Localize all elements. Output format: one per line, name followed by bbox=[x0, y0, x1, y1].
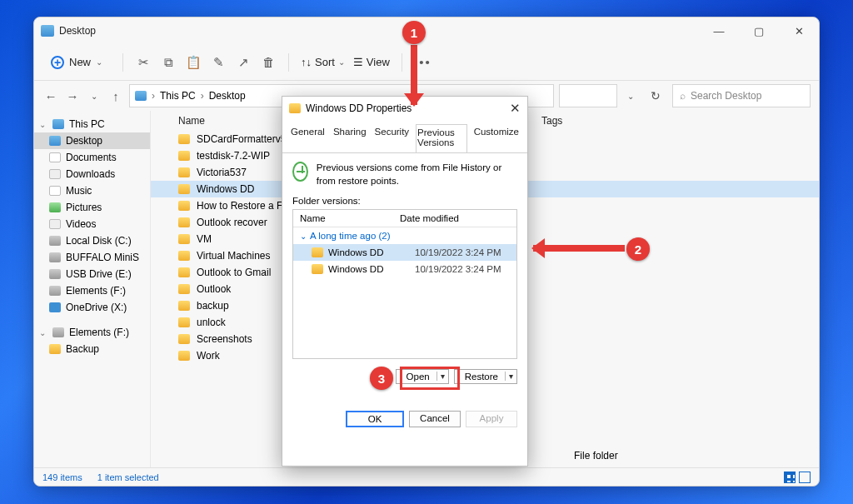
view-icon: ☰ bbox=[353, 56, 363, 68]
cancel-button[interactable]: Cancel bbox=[409, 411, 461, 427]
status-bar: 149 items 1 item selected bbox=[34, 467, 819, 486]
nav-backup[interactable]: Backup bbox=[34, 341, 150, 357]
pc-icon bbox=[135, 91, 147, 101]
ok-button[interactable]: OK bbox=[346, 411, 404, 427]
nav-videos[interactable]: Videos bbox=[34, 216, 150, 232]
new-button[interactable]: + New ⌄ bbox=[42, 52, 111, 72]
col-name[interactable]: Name bbox=[293, 210, 393, 227]
dialog-close-button[interactable]: ✕ bbox=[510, 101, 521, 116]
nav-buffalo[interactable]: BUFFALO MiniS bbox=[34, 249, 150, 266]
chevron-down-icon[interactable]: ⌄ bbox=[622, 92, 639, 101]
cut-icon[interactable]: ✂ bbox=[135, 54, 152, 71]
list-view-icon[interactable] bbox=[799, 472, 811, 483]
annotation-marker-1: 1 bbox=[402, 21, 426, 44]
nav-usb-drive[interactable]: USB Drive (E:) bbox=[34, 266, 150, 282]
annotation-arrow-1 bbox=[411, 45, 417, 105]
dialog-tabs: General Sharing Security Previous Versio… bbox=[282, 120, 527, 153]
nav-music[interactable]: Music bbox=[34, 182, 150, 199]
version-row[interactable]: Windows DD 10/19/2022 3:24 PM bbox=[293, 261, 516, 277]
desktop-icon bbox=[41, 25, 54, 37]
versions-list: Name Date modified ⌄A long time ago (2) … bbox=[292, 209, 517, 359]
grid-view-icon[interactable] bbox=[784, 472, 796, 483]
annotation-marker-3: 3 bbox=[370, 367, 393, 390]
minimize-button[interactable]: — bbox=[706, 25, 732, 37]
apply-button[interactable]: Apply bbox=[466, 411, 517, 427]
tab-general[interactable]: General bbox=[289, 123, 327, 152]
dialog-info: Previous versions come from File History… bbox=[282, 153, 527, 196]
plus-icon: + bbox=[51, 56, 64, 69]
chevron-down-icon: ⌄ bbox=[96, 57, 102, 67]
paste-icon[interactable]: 📋 bbox=[185, 54, 202, 71]
nav-desktop[interactable]: Desktop bbox=[34, 132, 150, 149]
titlebar: Desktop — ▢ ✕ bbox=[34, 17, 819, 44]
folder-icon bbox=[312, 264, 323, 274]
window-title: Desktop bbox=[59, 25, 96, 37]
nav-downloads[interactable]: Downloads bbox=[34, 166, 150, 182]
nav-this-pc[interactable]: ⌄This PC bbox=[34, 116, 150, 132]
status-selected: 1 item selected bbox=[97, 472, 159, 482]
nav-elements-2[interactable]: ⌄Elements (F:) bbox=[34, 324, 150, 341]
col-date[interactable]: Date modified bbox=[393, 210, 466, 227]
nav-local-disk[interactable]: Local Disk (C:) bbox=[34, 232, 150, 249]
folder-icon bbox=[312, 247, 323, 257]
address-extra[interactable] bbox=[559, 84, 617, 107]
toolbar: + New ⌄ ✂ ⧉ 📋 ✎ ↗ 🗑 ↑↓ Sort ⌄ ☰ View ••• bbox=[34, 44, 819, 81]
sort-icon: ↑↓ bbox=[301, 56, 312, 68]
chevron-down-icon[interactable]: ⌄ bbox=[86, 92, 102, 101]
tab-previous-versions[interactable]: Previous Versions bbox=[416, 124, 467, 153]
forward-button[interactable]: → bbox=[64, 89, 81, 103]
nav-pictures[interactable]: Pictures bbox=[34, 199, 150, 216]
chevron-down-icon: ⌄ bbox=[338, 57, 345, 67]
nav-pane: ⌄This PC Desktop Documents Downloads Mus… bbox=[34, 111, 151, 467]
nav-elements[interactable]: Elements (F:) bbox=[34, 282, 150, 299]
nav-onedrive[interactable]: OneDrive (X:) bbox=[34, 299, 150, 316]
up-button[interactable]: ↑ bbox=[107, 89, 124, 103]
close-button[interactable]: ✕ bbox=[786, 25, 812, 37]
folder-versions-label: Folder versions: bbox=[282, 196, 527, 206]
history-icon bbox=[292, 162, 308, 182]
col-tags[interactable]: Tags bbox=[541, 115, 812, 127]
restore-button[interactable]: Restore bbox=[454, 369, 517, 384]
delete-icon[interactable]: 🗑 bbox=[260, 54, 277, 71]
tab-sharing[interactable]: Sharing bbox=[332, 123, 368, 152]
breadcrumb[interactable]: Desktop bbox=[209, 90, 246, 102]
view-button[interactable]: ☰ View bbox=[353, 56, 390, 68]
nav-documents[interactable]: Documents bbox=[34, 149, 150, 166]
breadcrumb[interactable]: This PC bbox=[160, 90, 196, 102]
refresh-button[interactable]: ↻ bbox=[644, 84, 667, 107]
tab-security[interactable]: Security bbox=[373, 123, 412, 152]
annotation-arrow-2 bbox=[533, 245, 625, 252]
version-row-selected[interactable]: Windows DD 10/19/2022 3:24 PM bbox=[293, 244, 516, 261]
back-button[interactable]: ← bbox=[42, 89, 59, 103]
properties-dialog: Windows DD Properties ✕ General Sharing … bbox=[282, 96, 528, 467]
annotation-marker-2: 2 bbox=[626, 237, 650, 261]
share-icon[interactable]: ↗ bbox=[235, 54, 252, 71]
search-input[interactable]: ⌕ Search Desktop bbox=[672, 84, 811, 107]
sort-button[interactable]: ↑↓ Sort ⌄ bbox=[301, 56, 345, 68]
rename-icon[interactable]: ✎ bbox=[210, 54, 227, 71]
maximize-button[interactable]: ▢ bbox=[746, 25, 772, 37]
copy-icon[interactable]: ⧉ bbox=[160, 54, 177, 71]
folder-icon bbox=[289, 103, 301, 113]
tab-customize[interactable]: Customize bbox=[472, 123, 521, 152]
open-button[interactable]: Open bbox=[396, 369, 449, 384]
dialog-title: Windows DD Properties bbox=[306, 102, 412, 114]
version-group[interactable]: ⌄A long time ago (2) bbox=[293, 227, 516, 244]
status-items: 149 items bbox=[42, 472, 82, 482]
search-icon: ⌕ bbox=[680, 90, 686, 102]
